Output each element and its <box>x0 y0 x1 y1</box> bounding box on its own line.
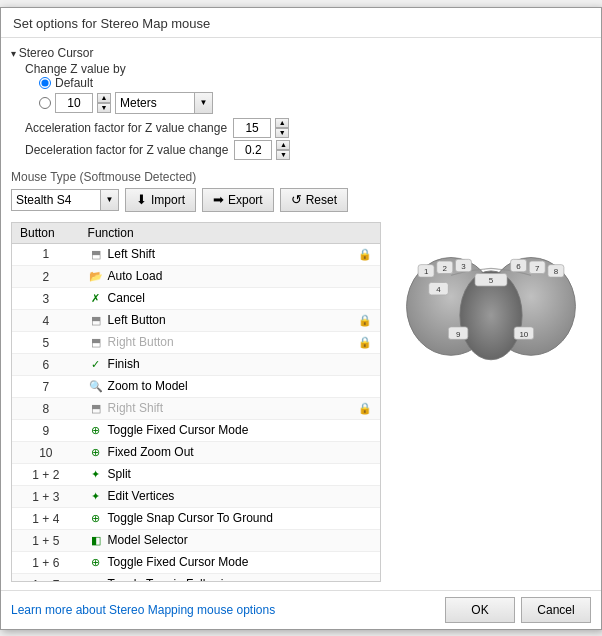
function-cell: ⊕Toggle Snap Cursor To Ground <box>80 508 380 530</box>
mouse-type-section: Mouse Type (Softmouse Detected) Stealth … <box>11 170 591 218</box>
button-number: 8 <box>12 398 80 420</box>
export-button[interactable]: ➡ Export <box>202 188 274 212</box>
func-icon: ⊕ <box>88 576 104 582</box>
table-row[interactable]: 1 + 6⊕Toggle Fixed Cursor Mode <box>12 552 380 574</box>
custom-radio-row: 10 ▲ ▼ Meters ▼ <box>39 92 591 114</box>
function-cell: 🔍Zoom to Model <box>80 376 380 398</box>
function-text: Right Shift <box>108 401 163 415</box>
button-number: 1 + 7 <box>12 574 80 582</box>
function-text: Split <box>108 467 131 481</box>
function-cell: ⊕Fixed Zoom Out <box>80 442 380 464</box>
learn-more-link[interactable]: Learn more about Stereo Mapping mouse op… <box>11 603 275 617</box>
function-text: Right Button <box>108 335 174 349</box>
table-row[interactable]: 1 + 3✦Edit Vertices <box>12 486 380 508</box>
func-icon: ⊕ <box>88 554 104 570</box>
function-cell: ⬒Right Shift🔒 <box>80 398 380 420</box>
accel-spinner-btns: ▲ ▼ <box>275 118 289 138</box>
default-radio[interactable] <box>39 77 51 89</box>
table-row[interactable]: 3✗Cancel <box>12 288 380 310</box>
table-row[interactable]: 4⬒Left Button🔒 <box>12 310 380 332</box>
decel-decrement[interactable]: ▼ <box>276 150 290 160</box>
button-number: 9 <box>12 420 80 442</box>
table-row[interactable]: 1 + 2✦Split <box>12 464 380 486</box>
stereo-cursor-section: Stereo Cursor Change Z value by Default … <box>11 46 591 162</box>
button-table-container[interactable]: Button Function 1⬒Left Shift🔒2📂Auto Load… <box>11 222 381 582</box>
units-input[interactable]: Meters <box>115 92 195 114</box>
import-button[interactable]: ⬇ Import <box>125 188 196 212</box>
svg-text:10: 10 <box>519 329 528 338</box>
func-icon: ⬒ <box>88 334 104 350</box>
function-text: Toggle Fixed Cursor Mode <box>108 555 249 569</box>
table-row[interactable]: 5⬒Right Button🔒 <box>12 332 380 354</box>
table-row[interactable]: 8⬒Right Shift🔒 <box>12 398 380 420</box>
accel-input[interactable]: 15 <box>233 118 271 138</box>
decel-spinner-btns: ▲ ▼ <box>276 140 290 160</box>
function-cell: ✦Edit Vertices <box>80 486 380 508</box>
accel-label: Acceleration factor for Z value change <box>25 121 227 135</box>
mouse-model-input[interactable]: Stealth S4 <box>11 189 101 211</box>
mouse-model-arrow[interactable]: ▼ <box>101 189 119 211</box>
z-spinner-group: 10 ▲ ▼ Meters ▼ <box>55 92 213 114</box>
table-row[interactable]: 1 + 5◧Model Selector <box>12 530 380 552</box>
z-increment-btn[interactable]: ▲ <box>97 93 111 103</box>
func-icon: 🔍 <box>88 378 104 394</box>
table-row[interactable]: 10⊕Fixed Zoom Out <box>12 442 380 464</box>
dialog-footer: Learn more about Stereo Mapping mouse op… <box>1 590 601 629</box>
button-function-table: Button Function 1⬒Left Shift🔒2📂Auto Load… <box>12 223 380 582</box>
table-body: 1⬒Left Shift🔒2📂Auto Load3✗Cancel4⬒Left B… <box>12 243 380 582</box>
button-number: 1 + 6 <box>12 552 80 574</box>
func-icon: ⊕ <box>88 510 104 526</box>
z-spinner-buttons: ▲ ▼ <box>97 93 111 113</box>
svg-text:6: 6 <box>516 262 521 271</box>
svg-text:2: 2 <box>443 263 448 272</box>
reset-icon: ↺ <box>291 192 302 207</box>
z-value-input[interactable]: 10 <box>55 93 93 113</box>
button-number: 5 <box>12 332 80 354</box>
z-decrement-btn[interactable]: ▼ <box>97 103 111 113</box>
button-number: 10 <box>12 442 80 464</box>
svg-text:4: 4 <box>436 285 441 294</box>
table-row[interactable]: 2📂Auto Load <box>12 266 380 288</box>
table-row[interactable]: 9⊕Toggle Fixed Cursor Mode <box>12 420 380 442</box>
custom-radio[interactable] <box>39 97 51 109</box>
function-text: Left Shift <box>108 247 155 261</box>
reset-button[interactable]: ↺ Reset <box>280 188 348 212</box>
stereo-cursor-header: Stereo Cursor <box>11 46 591 60</box>
detected-text: (Softmouse Detected) <box>80 170 197 184</box>
import-icon: ⬇ <box>136 192 147 207</box>
button-number: 1 + 4 <box>12 508 80 530</box>
main-content: Button Function 1⬒Left Shift🔒2📂Auto Load… <box>11 222 591 582</box>
function-cell: ⬒Right Button🔒 <box>80 332 380 354</box>
function-text: Auto Load <box>108 269 163 283</box>
change-z-label: Change Z value by <box>25 62 591 76</box>
svg-text:5: 5 <box>489 276 494 285</box>
default-label: Default <box>55 76 93 90</box>
table-row[interactable]: 1⬒Left Shift🔒 <box>12 243 380 266</box>
accel-increment[interactable]: ▲ <box>275 118 289 128</box>
table-row[interactable]: 6✓Finish <box>12 354 380 376</box>
decel-row: Deceleration factor for Z value change 0… <box>25 140 591 160</box>
function-text: Toggle Fixed Cursor Mode <box>108 423 249 437</box>
decel-input[interactable]: 0.2 <box>234 140 272 160</box>
button-number: 4 <box>12 310 80 332</box>
function-text: Cancel <box>108 291 145 305</box>
cancel-button[interactable]: Cancel <box>521 597 591 623</box>
accel-decrement[interactable]: ▼ <box>275 128 289 138</box>
button-number: 2 <box>12 266 80 288</box>
button-number: 1 + 2 <box>12 464 80 486</box>
accel-row: Acceleration factor for Z value change 1… <box>25 118 591 138</box>
decel-increment[interactable]: ▲ <box>276 140 290 150</box>
func-icon: ✦ <box>88 466 104 482</box>
units-dropdown-arrow[interactable]: ▼ <box>195 92 213 114</box>
function-cell: ◧Model Selector <box>80 530 380 552</box>
lock-icon: 🔒 <box>358 336 372 349</box>
table-row[interactable]: 7🔍Zoom to Model <box>12 376 380 398</box>
function-cell: ⊕Toggle Fixed Cursor Mode <box>80 552 380 574</box>
mouse-type-toolbar: Stealth S4 ▼ ⬇ Import ➡ Export ↺ Reset <box>11 188 591 212</box>
func-icon: ✦ <box>88 488 104 504</box>
func-icon: ⬒ <box>88 312 104 328</box>
table-row[interactable]: 1 + 4⊕Toggle Snap Cursor To Ground <box>12 508 380 530</box>
button-number: 1 + 3 <box>12 486 80 508</box>
ok-button[interactable]: OK <box>445 597 515 623</box>
table-row[interactable]: 1 + 7⊕Toggle Terrain Following <box>12 574 380 582</box>
